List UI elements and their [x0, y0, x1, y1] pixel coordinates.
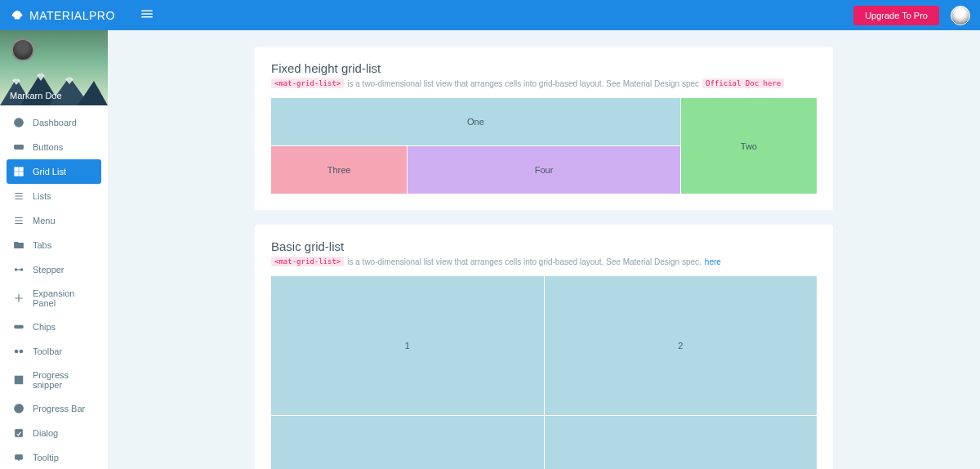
sidebar-user-box: Markarn Doe [0, 30, 108, 105]
sidebar-item-label: Stepper [33, 265, 65, 275]
card-subtitle: <mat-grid-list> is a two-dimensional lis… [271, 78, 817, 88]
sidebar-item-label: Tooltip [33, 453, 59, 462]
grid-tile-four: Four [408, 146, 680, 194]
sidebar-item-lists[interactable]: Lists [7, 184, 101, 208]
sidebar-item-label: Progress Bar [33, 404, 85, 413]
sidebar-item-progress-bar[interactable]: Progress Bar [7, 396, 101, 421]
svg-rect-9 [15, 168, 19, 172]
svg-rect-10 [20, 168, 24, 172]
sidebar-item-label: Chips [33, 322, 56, 332]
sidebar-item-label: Lists [33, 191, 51, 201]
sidebar-item-tooltip[interactable]: Tooltip [7, 445, 101, 469]
sidebar-item-buttons[interactable]: Buttons [7, 135, 101, 159]
sidebar-user-name: Markarn Doe [10, 91, 62, 100]
sidebar-user-avatar[interactable] [11, 38, 34, 61]
sidebar-item-label: Dashboard [33, 118, 77, 127]
svg-rect-20 [15, 429, 22, 436]
sidebar-item-stepper[interactable]: Stepper [7, 257, 101, 282]
progress-icon [13, 403, 24, 414]
svg-marker-3 [78, 81, 108, 105]
expand-icon [13, 293, 24, 304]
sidebar-item-tabs[interactable]: Tabs [7, 233, 101, 257]
sidebar-item-chips[interactable]: Chips [7, 315, 101, 339]
sidebar-item-dialog[interactable]: Dialog [7, 421, 101, 445]
sidebar-item-expansion-panel[interactable]: Expansion Panel [7, 282, 101, 315]
card-title: Basic grid-list [271, 239, 817, 253]
sidebar-item-label: Progress snipper [33, 370, 95, 390]
hamburger-icon [140, 10, 154, 24]
svg-rect-8 [15, 145, 24, 150]
speedometer-icon [13, 117, 24, 128]
sidebar-item-label: Buttons [33, 142, 63, 152]
menu-toggle-button[interactable] [140, 7, 154, 25]
svg-rect-15 [15, 325, 24, 328]
menu-icon [13, 215, 24, 226]
sidebar-item-label: Dialog [33, 428, 58, 438]
chip-icon [13, 321, 24, 333]
dialog-icon [13, 427, 24, 439]
stepper-icon [13, 264, 24, 275]
grid-tile-2: 2 [545, 276, 817, 415]
doc-link[interactable]: here [705, 257, 721, 266]
sidebar-item-label: Grid List [33, 167, 66, 176]
rectangle-icon [13, 141, 24, 153]
toolbar-icon [13, 346, 24, 357]
svg-rect-21 [15, 455, 22, 460]
brand-text: MATERIALPRO [29, 9, 115, 22]
folder-icon [13, 239, 24, 251]
user-avatar-top[interactable] [951, 6, 970, 25]
svg-rect-11 [15, 172, 19, 176]
main-content: Fixed height grid-list <mat-grid-list> i… [108, 30, 980, 469]
code-chip: <mat-grid-list> [271, 78, 344, 88]
sidebar-item-grid-list[interactable]: Grid List [7, 159, 101, 184]
sidebar: Markarn Doe DashboardButtonsGrid ListLis… [0, 30, 108, 469]
grid-tile-two: Two [681, 98, 817, 194]
code-chip: <mat-grid-list> [271, 257, 344, 266]
list-icon [13, 190, 24, 202]
svg-point-13 [15, 269, 16, 270]
svg-rect-18 [15, 376, 22, 383]
sidebar-nav: DashboardButtonsGrid ListListsMenuTabsSt… [0, 105, 108, 469]
brand[interactable]: MATERIALPRO [10, 8, 115, 23]
upgrade-button[interactable]: Upgrade To Pro [853, 6, 939, 25]
sidebar-item-label: Tabs [33, 240, 51, 250]
fixed-grid-list: One Two Three Four [271, 98, 817, 194]
sidebar-item-toolbar[interactable]: Toolbar [7, 339, 101, 364]
spinner-icon [13, 374, 24, 386]
svg-point-14 [20, 269, 22, 270]
grid-tile-three: Three [271, 146, 407, 194]
sidebar-item-menu[interactable]: Menu [7, 208, 101, 233]
fixed-height-grid-card: Fixed height grid-list <mat-grid-list> i… [255, 47, 833, 210]
grid-tile-1: 1 [271, 276, 544, 415]
svg-point-16 [15, 350, 18, 353]
grid-tile-4: 4 [545, 416, 817, 469]
topbar: MATERIALPRO Upgrade To Pro [0, 0, 980, 30]
card-desc: is a two-dimensional list view that arra… [347, 79, 699, 88]
card-title: Fixed height grid-list [271, 61, 817, 75]
grid-icon [13, 166, 24, 177]
card-desc: is a two-dimensional list view that arra… [347, 257, 702, 266]
brand-icon [10, 8, 24, 23]
sidebar-item-label: Toolbar [33, 346, 62, 356]
sidebar-item-progress-snipper[interactable]: Progress snipper [7, 364, 101, 396]
sidebar-item-dashboard[interactable]: Dashboard [7, 110, 101, 135]
basic-grid-list: 1 2 3 4 [271, 276, 817, 469]
tooltip-icon [13, 452, 24, 463]
svg-point-17 [20, 350, 23, 353]
grid-tile-3: 3 [271, 416, 544, 469]
sidebar-item-label: Menu [33, 216, 56, 226]
doc-chip[interactable]: Official Doc here [702, 78, 784, 88]
grid-tile-one: One [271, 98, 680, 145]
card-subtitle: <mat-grid-list> is a two-dimensional lis… [271, 257, 817, 266]
svg-rect-12 [20, 172, 24, 176]
basic-grid-card: Basic grid-list <mat-grid-list> is a two… [255, 225, 833, 469]
sidebar-item-label: Expansion Panel [33, 288, 95, 308]
